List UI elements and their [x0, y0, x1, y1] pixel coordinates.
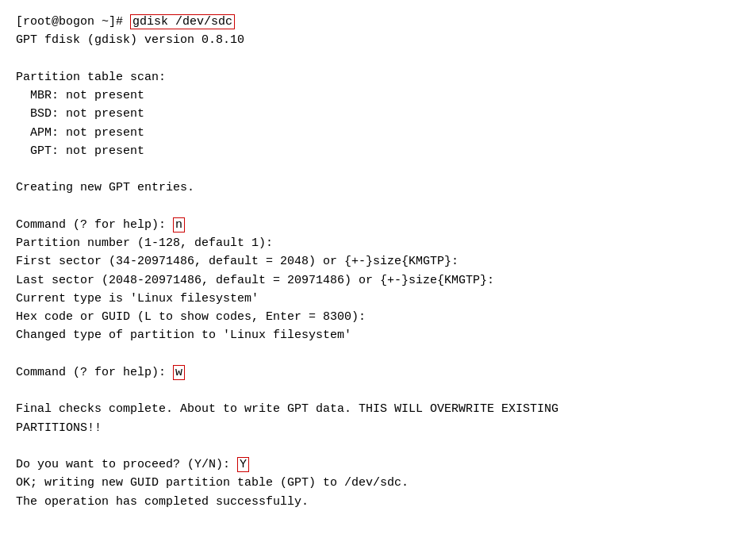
- ok-writing-line: OK; writing new GUID partition table (GP…: [16, 474, 740, 492]
- input-w-box: w: [173, 365, 185, 380]
- output-line-1: GPT fdisk (gdisk) version 0.8.10: [16, 31, 740, 49]
- command-w-line: Command (? for help): w: [16, 363, 740, 382]
- command-w-prompt: Command (? for help):: [16, 366, 173, 379]
- input-n-box: n: [173, 217, 185, 232]
- first-sector-line: First sector (34-20971486, default = 204…: [16, 252, 740, 271]
- blank-1: [16, 50, 740, 68]
- operation-complete-line: The operation has completed successfully…: [16, 493, 740, 511]
- input-y-box: Y: [237, 457, 249, 472]
- hex-code-line: Hex code or GUID (L to show codes, Enter…: [16, 308, 740, 326]
- terminal-window: [root@bogon ~]# gdisk /dev/sdc GPT fdisk…: [16, 13, 740, 511]
- current-type-line: Current type is 'Linux filesystem': [16, 290, 740, 308]
- creating-entries: Creating new GPT entries.: [16, 179, 740, 197]
- scan-gpt: GPT: not present: [16, 142, 740, 160]
- proceed-line: Do you want to proceed? (Y/N): Y: [16, 455, 740, 474]
- scan-mbr: MBR: not present: [16, 86, 740, 105]
- partition-number-line: Partition number (1-128, default 1):: [16, 234, 740, 252]
- blank-2: [16, 160, 740, 179]
- command-highlight: gdisk /dev/sdc: [130, 14, 235, 29]
- prompt-text: [root@bogon ~]#: [16, 15, 130, 29]
- final-checks-line1: Final checks complete. About to write GP…: [16, 400, 740, 418]
- prompt-line: [root@bogon ~]# gdisk /dev/sdc: [16, 13, 740, 31]
- changed-type-line: Changed type of partition to 'Linux file…: [16, 326, 740, 344]
- blank-3: [16, 198, 740, 216]
- command-n-prompt: Command (? for help):: [16, 218, 173, 232]
- final-checks-line2: PARTITIONS!!: [16, 419, 740, 437]
- proceed-prompt: Do you want to proceed? (Y/N):: [16, 458, 237, 471]
- blank-6: [16, 437, 740, 455]
- scan-bsd: BSD: not present: [16, 105, 740, 123]
- blank-5: [16, 382, 740, 400]
- last-sector-line: Last sector (2048-20971486, default = 20…: [16, 271, 740, 290]
- scan-apm: APM: not present: [16, 124, 740, 142]
- scan-header: Partition table scan:: [16, 68, 740, 86]
- command-n-line: Command (? for help): n: [16, 216, 740, 234]
- blank-4: [16, 345, 740, 363]
